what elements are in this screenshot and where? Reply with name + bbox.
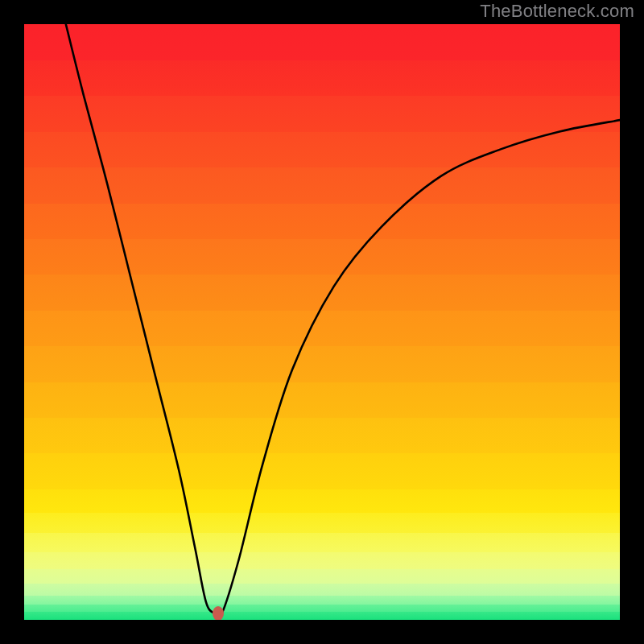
chart-plot-area	[24, 24, 620, 620]
chart-marker-dot	[213, 606, 224, 620]
watermark-text: TheBottleneck.com	[480, 1, 634, 22]
chart-curve	[24, 24, 620, 620]
chart-frame: TheBottleneck.com	[0, 0, 644, 644]
